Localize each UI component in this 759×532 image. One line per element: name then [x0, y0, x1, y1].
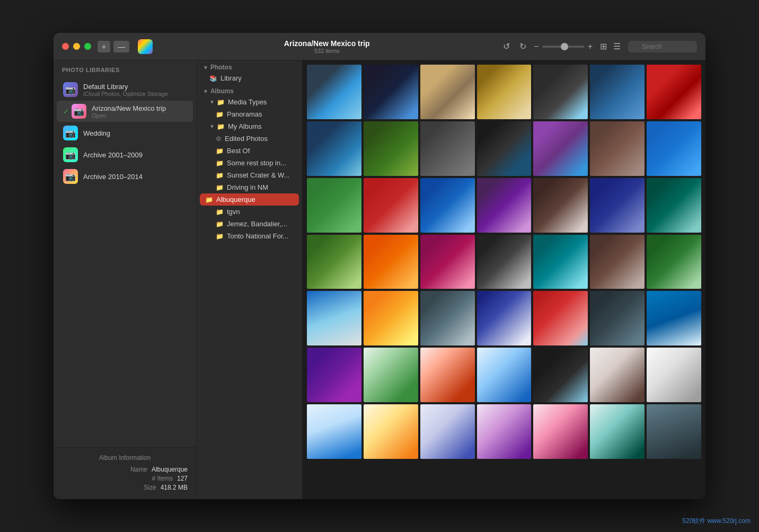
list-item[interactable]: [420, 178, 475, 233]
list-item[interactable]: [364, 65, 418, 119]
list-item[interactable]: [364, 348, 418, 402]
list-item[interactable]: [307, 121, 361, 176]
title-actions: + —: [98, 41, 129, 52]
list-item[interactable]: [647, 235, 701, 289]
list-item[interactable]: [307, 291, 361, 345]
list-item[interactable]: [477, 291, 532, 345]
list-item[interactable]: [590, 178, 645, 233]
folder-icon-tgvn: 📁: [216, 208, 224, 216]
close-button[interactable]: [62, 43, 69, 50]
window-title: Arizona/New Mexico trip: [153, 39, 501, 48]
traffic-lights: [62, 43, 91, 50]
folder-icon-sunset: 📁: [216, 172, 224, 179]
list-item[interactable]: [533, 404, 588, 459]
list-item[interactable]: [647, 178, 701, 233]
list-item[interactable]: [420, 121, 475, 176]
list-item[interactable]: [477, 121, 532, 176]
tree-item-my-albums[interactable]: ▼ 📁 My Albums: [197, 120, 302, 132]
list-item[interactable]: [647, 121, 701, 176]
tree-item-tonto[interactable]: 📁 Tonto National For...: [197, 230, 302, 242]
sidebar-item-archive1[interactable]: 📷 Archive 2001–2009: [57, 144, 193, 165]
tree-item-best-of[interactable]: 📁 Best Of: [197, 145, 302, 157]
library-icon-archive1: 📷: [63, 147, 78, 162]
album-info-title: Album Information: [62, 454, 188, 462]
list-item[interactable]: [307, 65, 361, 119]
tree-item-jemez[interactable]: 📁 Jemez, Bandalier,...: [197, 218, 302, 230]
list-item[interactable]: [307, 235, 361, 289]
list-item[interactable]: [647, 65, 701, 119]
zoom-minus-icon[interactable]: −: [534, 42, 539, 51]
folder-icon-my-albums: 📁: [217, 123, 225, 130]
list-item[interactable]: [533, 291, 588, 345]
list-item[interactable]: [477, 348, 532, 402]
folder-icon-panoramas: 📁: [216, 111, 224, 118]
zoom-slider[interactable]: [542, 46, 585, 48]
list-item[interactable]: [364, 235, 418, 289]
list-item[interactable]: [590, 235, 645, 289]
list-item[interactable]: [307, 178, 361, 233]
album-name-row: Name Albuquerque: [62, 466, 188, 473]
media-types-label: Media Types: [228, 98, 267, 106]
list-item[interactable]: [590, 121, 645, 176]
window-subtitle: 532 items: [153, 48, 501, 54]
tree-item-sunset-crater[interactable]: 📁 Sunset Crater & W...: [197, 169, 302, 181]
albums-section-label: Albums: [210, 87, 234, 95]
tree-item-albuquerque[interactable]: 📁 Albuquerque: [200, 193, 299, 206]
list-item[interactable]: [420, 65, 475, 119]
search-input[interactable]: [628, 41, 697, 52]
list-item[interactable]: [647, 404, 701, 459]
list-item[interactable]: [420, 235, 475, 289]
add-button[interactable]: +: [98, 41, 110, 52]
list-item[interactable]: [420, 291, 475, 345]
library-sub-trip: Open: [92, 112, 187, 119]
album-size-row: Size 418.2 MB: [62, 484, 188, 491]
list-view-button[interactable]: ☰: [611, 39, 623, 54]
grid-view-button[interactable]: ⊞: [598, 39, 609, 54]
list-item[interactable]: [647, 291, 701, 345]
list-item[interactable]: [307, 348, 361, 402]
album-info-panel: Album Information Name Albuquerque # Ite…: [54, 447, 196, 499]
list-item[interactable]: [477, 65, 532, 119]
list-item[interactable]: [533, 235, 588, 289]
minus-button[interactable]: —: [113, 41, 129, 52]
list-item[interactable]: [420, 404, 475, 459]
list-item[interactable]: [647, 348, 701, 402]
list-item[interactable]: [477, 404, 532, 459]
tree-item-library[interactable]: 📚 Library: [197, 72, 302, 84]
minimize-button[interactable]: [73, 43, 80, 50]
list-item[interactable]: [364, 121, 418, 176]
tree-item-media-types[interactable]: ▼ 📁 Media Types: [197, 96, 302, 108]
sidebar-item-default[interactable]: 📷 Default Library iCloud Photos, Optimiz…: [57, 79, 193, 100]
maximize-button[interactable]: [84, 43, 91, 50]
rotate-left-icon[interactable]: ↺: [501, 39, 512, 54]
list-item[interactable]: [420, 348, 475, 402]
list-item[interactable]: [533, 65, 588, 119]
list-item[interactable]: [307, 404, 361, 459]
folder-icon-media: 📁: [217, 99, 225, 106]
tree-item-panoramas[interactable]: 📁 Panoramas: [197, 108, 302, 120]
sidebar-item-trip[interactable]: ✓ 📷 Arizona/New Mexico trip Open: [57, 101, 193, 122]
list-item[interactable]: [590, 65, 645, 119]
sidebar-item-wedding[interactable]: 📷 Wedding: [57, 122, 193, 144]
sidebar-item-archive2[interactable]: 📷 Archive 2010–2014: [57, 166, 193, 187]
list-item[interactable]: [533, 178, 588, 233]
tree-item-edited-photos[interactable]: ⚙ Edited Photos: [197, 132, 302, 145]
tree-item-some-rest[interactable]: 📁 Some rest stop in...: [197, 157, 302, 169]
zoom-plus-icon[interactable]: +: [588, 42, 593, 51]
list-item[interactable]: [477, 235, 532, 289]
list-item[interactable]: [590, 291, 645, 345]
list-item[interactable]: [533, 121, 588, 176]
tree-item-tgvn[interactable]: 📁 tgvn: [197, 206, 302, 218]
list-item[interactable]: [364, 291, 418, 345]
list-item[interactable]: [590, 404, 645, 459]
list-item[interactable]: [533, 348, 588, 402]
list-item[interactable]: [477, 178, 532, 233]
list-item[interactable]: [590, 348, 645, 402]
photo-grid: [303, 60, 705, 499]
tree-item-driving-nm[interactable]: 📁 Driving in NM: [197, 181, 302, 193]
rotate-right-icon[interactable]: ↻: [517, 39, 528, 54]
media-types-chevron: ▼: [209, 99, 215, 105]
list-item[interactable]: [364, 178, 418, 233]
size-label: Size: [125, 484, 156, 491]
list-item[interactable]: [364, 404, 418, 459]
